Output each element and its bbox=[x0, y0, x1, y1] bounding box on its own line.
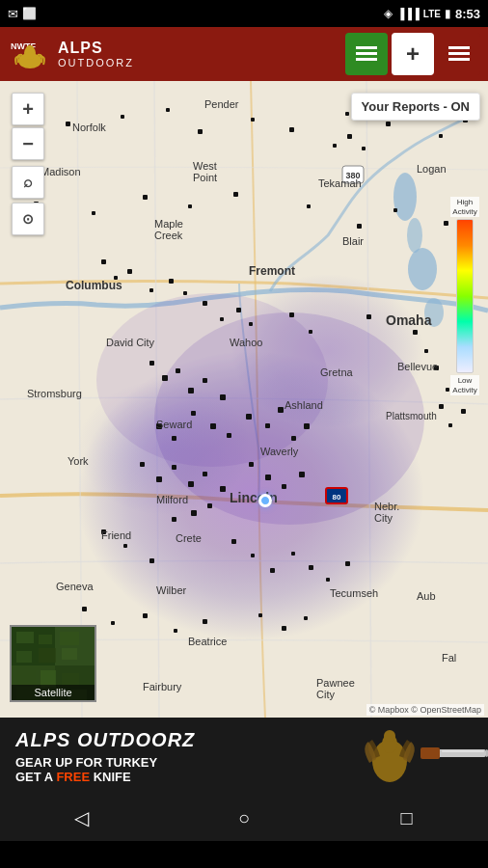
signal-icon: ▐▐▐ bbox=[396, 8, 419, 19]
svg-rect-66 bbox=[291, 436, 296, 441]
status-bar: ✉ ⬜ ◈ ▐▐▐ LTE ▮ 8:53 bbox=[0, 0, 488, 27]
svg-rect-28 bbox=[345, 112, 349, 116]
svg-rect-50 bbox=[249, 322, 253, 326]
svg-rect-41 bbox=[101, 259, 106, 264]
ad-banner[interactable]: ALPS OUTDOORZ GEAR UP FOR TURKEY GET A F… bbox=[0, 718, 488, 795]
svg-rect-79 bbox=[249, 462, 254, 467]
svg-rect-48 bbox=[220, 317, 224, 321]
map-svg: 380 80 bbox=[0, 81, 488, 718]
svg-rect-65 bbox=[278, 407, 284, 413]
svg-rect-96 bbox=[174, 629, 177, 633]
recent-icon: □ bbox=[401, 807, 413, 829]
svg-rect-68 bbox=[172, 436, 176, 441]
svg-rect-60 bbox=[191, 411, 196, 416]
knife-illustration bbox=[353, 718, 488, 795]
plus-icon: + bbox=[406, 41, 420, 68]
list-view-button[interactable] bbox=[345, 33, 388, 75]
ad-text-block: ALPS OUTDOORZ GEAR UP FOR TURKEY GET A F… bbox=[15, 729, 195, 784]
svg-rect-85 bbox=[149, 558, 154, 563]
nwtf-logo: NWTF bbox=[8, 36, 52, 72]
zoom-in-button[interactable]: + bbox=[12, 93, 44, 125]
svg-rect-98 bbox=[258, 613, 262, 617]
svg-rect-27 bbox=[289, 127, 294, 132]
activity-legend: HighActivity LowActivity bbox=[451, 197, 478, 395]
svg-point-15 bbox=[408, 248, 437, 290]
svg-rect-88 bbox=[270, 568, 275, 573]
svg-rect-9 bbox=[448, 52, 470, 55]
home-icon: ○ bbox=[238, 807, 250, 829]
map-controls: + − ⌕ ⊙ bbox=[12, 93, 44, 235]
location-button[interactable]: ⊙ bbox=[12, 203, 44, 235]
reports-tooltip: Your Reports - ON bbox=[351, 93, 480, 121]
svg-rect-67 bbox=[304, 423, 310, 429]
svg-rect-94 bbox=[111, 621, 115, 625]
svg-rect-52 bbox=[309, 330, 312, 334]
svg-rect-42 bbox=[114, 276, 118, 280]
back-button[interactable]: ◁ bbox=[52, 799, 110, 837]
zoom-out-button[interactable]: − bbox=[12, 127, 44, 160]
navbar: NWTF ALPS OUTDOORZ bbox=[0, 27, 488, 81]
svg-rect-77 bbox=[191, 510, 197, 516]
navbar-logo: NWTF ALPS OUTDOORZ bbox=[8, 36, 134, 72]
high-activity-label: HighActivity bbox=[450, 197, 478, 217]
svg-point-4 bbox=[26, 45, 34, 53]
activity-gradient bbox=[456, 219, 474, 373]
svg-point-16 bbox=[424, 298, 444, 327]
svg-rect-30 bbox=[439, 134, 443, 138]
home-button[interactable]: ○ bbox=[215, 799, 273, 837]
satellite-thumbnail[interactable]: Satellite bbox=[10, 625, 96, 702]
svg-text:380: 380 bbox=[345, 171, 360, 180]
svg-point-13 bbox=[393, 173, 417, 221]
location-pin bbox=[258, 494, 272, 507]
svg-rect-138 bbox=[442, 750, 484, 752]
svg-point-21 bbox=[154, 312, 424, 525]
svg-rect-104 bbox=[446, 388, 449, 392]
svg-rect-101 bbox=[413, 330, 418, 335]
svg-point-14 bbox=[407, 218, 422, 253]
svg-rect-45 bbox=[169, 279, 174, 284]
ad-brand: ALPS OUTDOORZ bbox=[15, 729, 195, 751]
add-button[interactable]: + bbox=[392, 33, 434, 75]
svg-rect-122 bbox=[60, 632, 79, 645]
svg-rect-99 bbox=[282, 626, 286, 631]
svg-rect-58 bbox=[203, 378, 207, 383]
svg-rect-26 bbox=[251, 118, 255, 122]
ad-knife: KNIFE bbox=[90, 770, 131, 784]
svg-rect-8 bbox=[448, 46, 470, 49]
svg-rect-124 bbox=[39, 648, 56, 663]
ad-line1: GEAR UP FOR TURKEY bbox=[15, 755, 195, 770]
low-activity-label: LowActivity bbox=[450, 375, 478, 395]
svg-rect-57 bbox=[188, 388, 194, 393]
svg-rect-80 bbox=[265, 475, 271, 480]
map-background: 380 80 Norfolk Pender Madison WestPoint … bbox=[0, 81, 488, 718]
navbar-buttons: + bbox=[345, 33, 480, 75]
svg-rect-55 bbox=[162, 375, 168, 381]
menu-button[interactable] bbox=[438, 33, 480, 75]
svg-rect-64 bbox=[265, 423, 270, 428]
svg-rect-100 bbox=[304, 616, 308, 620]
svg-rect-74 bbox=[203, 472, 207, 476]
search-button[interactable]: ⌕ bbox=[12, 166, 44, 199]
svg-rect-34 bbox=[143, 195, 148, 200]
svg-rect-54 bbox=[149, 361, 154, 366]
svg-rect-43 bbox=[127, 269, 132, 274]
svg-rect-73 bbox=[188, 481, 194, 487]
svg-rect-90 bbox=[309, 565, 313, 570]
svg-rect-78 bbox=[172, 517, 176, 522]
map-area[interactable]: 380 80 Norfolk Pender Madison WestPoint … bbox=[0, 81, 488, 718]
ad-content: ALPS OUTDOORZ GEAR UP FOR TURKEY GET A F… bbox=[15, 729, 195, 784]
svg-rect-109 bbox=[347, 134, 352, 139]
svg-rect-108 bbox=[333, 144, 337, 148]
recent-apps-button[interactable]: □ bbox=[378, 799, 436, 837]
alps-text: ALPS bbox=[58, 40, 103, 57]
svg-rect-49 bbox=[236, 308, 241, 312]
status-time: 8:53 bbox=[455, 7, 480, 21]
svg-rect-47 bbox=[203, 301, 207, 306]
svg-rect-107 bbox=[461, 409, 466, 414]
svg-rect-38 bbox=[357, 224, 362, 229]
svg-rect-46 bbox=[183, 291, 187, 295]
bottom-navigation: ◁ ○ □ bbox=[0, 795, 488, 841]
svg-rect-95 bbox=[143, 613, 148, 618]
back-icon: ◁ bbox=[74, 806, 89, 829]
svg-rect-70 bbox=[140, 462, 145, 467]
